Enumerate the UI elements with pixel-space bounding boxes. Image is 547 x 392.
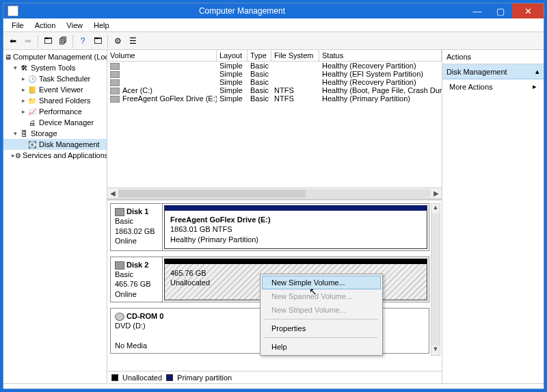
- legend: Unallocated Primary partition: [107, 371, 442, 383]
- caret-icon: ▾: [12, 130, 18, 137]
- menu-file[interactable]: File: [6, 20, 29, 31]
- legend-unallocated-swatch: [111, 374, 118, 381]
- legend-primary-swatch: [166, 374, 173, 381]
- scroll-down-icon[interactable]: ▼: [431, 345, 440, 355]
- disk-icon: [115, 208, 124, 216]
- tree-storage[interactable]: ▾ 🗄 Storage: [3, 128, 107, 139]
- chevron-right-icon: ▸: [533, 82, 537, 91]
- volume-list-header: Volume Layout Type File System Status: [107, 50, 442, 62]
- volume-icon: [110, 71, 120, 78]
- table-row[interactable]: Acer (C:) Simple Basic NTFS Healthy (Boo…: [107, 86, 442, 94]
- disk-row-disk1[interactable]: Disk 1 Basic 1863.02 GB Online FreeAgent…: [110, 203, 429, 251]
- volume-list-body: Simple Basic Healthy (Recovery Partition…: [107, 62, 442, 187]
- actions-header: Actions: [442, 50, 544, 64]
- scroll-right-icon[interactable]: ▶: [431, 190, 442, 197]
- actions-panel: Actions Disk Management ▴ More Actions ▸: [442, 50, 544, 383]
- disk-icon: [115, 261, 124, 270]
- collapse-icon: ▴: [535, 67, 539, 76]
- disk-volume-primary[interactable]: FreeAgent GoFlex Drive (E:) 1863.01 GB N…: [164, 205, 427, 249]
- forward-button[interactable]: ➡: [21, 34, 35, 48]
- event-icon: 📒: [27, 85, 38, 94]
- tree-device-manager[interactable]: 🖨 Device Manager: [3, 117, 107, 128]
- col-filesystem[interactable]: File System: [271, 50, 319, 61]
- tree-services[interactable]: ▸ ⚙ Services and Applications: [3, 150, 107, 161]
- tree-performance[interactable]: ▸ 📈 Performance: [3, 106, 107, 117]
- toolbar-icon-1[interactable]: 🗔: [41, 34, 55, 48]
- toolbar: ⬅ ➡ 🗔 🗐 ? 🗔 ⚙ ☰: [3, 32, 544, 50]
- help-icon[interactable]: ?: [76, 34, 90, 48]
- disk-icon: 💽: [27, 140, 38, 149]
- tree-shared-folders[interactable]: ▸ 📁 Shared Folders: [3, 95, 107, 106]
- caret-icon: ▾: [12, 64, 18, 71]
- storage-icon: 🗄: [18, 129, 29, 138]
- volume-icon: [110, 88, 120, 94]
- toolbar-icon-5[interactable]: ☰: [126, 34, 139, 48]
- device-icon: 🖨: [27, 118, 38, 127]
- toolbar-icon-3[interactable]: 🗔: [91, 34, 105, 48]
- menu-action[interactable]: Action: [29, 20, 62, 31]
- menu-view[interactable]: View: [61, 20, 88, 31]
- col-type[interactable]: Type: [248, 50, 271, 61]
- titlebar: Computer Management — ▢ ✕: [3, 3, 544, 18]
- ctx-new-spanned-volume: New Spanned Volume...: [262, 289, 381, 303]
- legend-unallocated-label: Unallocated: [122, 374, 162, 382]
- ctx-help[interactable]: Help: [262, 340, 381, 354]
- table-row[interactable]: Simple Basic Healthy (Recovery Partition…: [107, 62, 442, 70]
- tree-event-viewer[interactable]: ▸ 📒 Event Viewer: [3, 84, 107, 95]
- folder-icon: 📁: [27, 96, 38, 105]
- status-bar: [3, 383, 544, 389]
- tree-task-scheduler[interactable]: ▸ 🕒 Task Scheduler: [3, 73, 107, 84]
- menu-help[interactable]: Help: [88, 20, 115, 31]
- computer-icon: 🖥: [5, 52, 12, 62]
- ctx-new-striped-volume: New Striped Volume...: [262, 303, 381, 317]
- context-menu: New Simple Volume... New Spanned Volume.…: [260, 274, 383, 356]
- caret-icon: ▸: [20, 86, 27, 93]
- volume-icon: [110, 79, 120, 86]
- maximize-button[interactable]: ▢: [489, 3, 512, 18]
- horizontal-scrollbar[interactable]: ◀ ▶: [107, 187, 442, 198]
- disk-label: Disk 2 Basic 465.76 GB Online: [111, 257, 163, 302]
- navigation-tree: 🖥 Computer Management (Local) ▾ 🛠 System…: [3, 50, 107, 383]
- window-title: Computer Management: [18, 6, 466, 16]
- back-button[interactable]: ⬅: [6, 34, 20, 48]
- context-menu-separator: [265, 337, 378, 338]
- legend-primary-label: Primary partition: [177, 374, 232, 382]
- tree-disk-management[interactable]: 💽 Disk Management: [3, 139, 107, 150]
- ctx-properties[interactable]: Properties: [262, 322, 381, 335]
- cdrom-icon: [115, 313, 124, 321]
- col-volume[interactable]: Volume: [107, 50, 217, 61]
- vertical-scrollbar[interactable]: ▲ ▼: [431, 203, 440, 356]
- scroll-left-icon[interactable]: ◀: [107, 190, 118, 197]
- tree-system-tools[interactable]: ▾ 🛠 System Tools: [3, 62, 107, 73]
- disk-label: Disk 1 Basic 1863.02 GB Online: [111, 204, 163, 250]
- actions-more[interactable]: More Actions ▸: [442, 79, 544, 94]
- col-status[interactable]: Status: [319, 50, 442, 61]
- volume-icon: [110, 96, 120, 103]
- volume-icon: [110, 63, 120, 70]
- menubar: File Action View Help: [3, 18, 544, 32]
- perf-icon: 📈: [27, 107, 38, 116]
- col-layout[interactable]: Layout: [217, 50, 248, 61]
- actions-disk-management[interactable]: Disk Management ▴: [442, 64, 544, 79]
- window-buttons: — ▢ ✕: [466, 3, 544, 18]
- ctx-new-simple-volume[interactable]: New Simple Volume...: [262, 276, 381, 289]
- clock-icon: 🕒: [27, 74, 38, 83]
- context-menu-separator: [265, 319, 378, 319]
- toolbar-icon-4[interactable]: ⚙: [111, 34, 124, 48]
- services-icon: ⚙: [15, 151, 21, 160]
- table-row[interactable]: Simple Basic Healthy (EFI System Partiti…: [107, 70, 442, 78]
- app-icon: [8, 5, 18, 16]
- minimize-button[interactable]: —: [466, 3, 489, 18]
- caret-icon: ▸: [20, 108, 27, 115]
- scroll-up-icon[interactable]: ▲: [431, 204, 440, 213]
- tools-icon: 🛠: [18, 63, 29, 73]
- table-row[interactable]: FreeAgent GoFlex Drive (E:) Simple Basic…: [107, 94, 442, 103]
- caret-icon: ▸: [20, 75, 27, 82]
- close-button[interactable]: ✕: [512, 3, 544, 18]
- volume-list: Volume Layout Type File System Status Si…: [107, 50, 442, 200]
- table-row[interactable]: Simple Basic Healthy (Recovery Partition…: [107, 78, 442, 86]
- tree-root[interactable]: 🖥 Computer Management (Local): [3, 51, 107, 62]
- toolbar-icon-2[interactable]: 🗐: [56, 34, 70, 48]
- caret-icon: ▸: [20, 97, 27, 104]
